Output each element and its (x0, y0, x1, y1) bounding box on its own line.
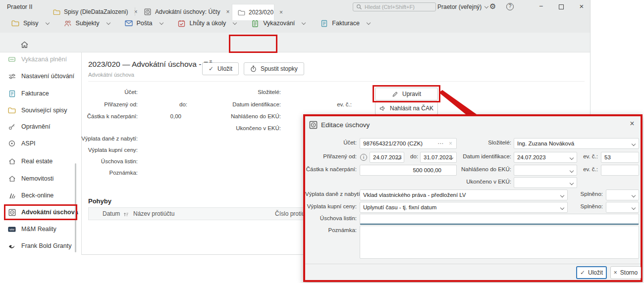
menu-label: Vykazování (263, 20, 295, 27)
castka-input[interactable]: 500 000,00 (360, 165, 457, 176)
sort-icon[interactable] (123, 212, 129, 217)
start-stopwatch-button[interactable]: Spustit stopky (244, 62, 304, 75)
sidebar-item-fakturace[interactable]: Fakturace (0, 88, 79, 99)
sidebar-item-label: Beck-online (21, 192, 54, 199)
ucet-label: Účet: (305, 140, 357, 145)
dialog-cancel-label: Storno (620, 269, 638, 276)
dialog-close-button[interactable]: × (627, 119, 637, 128)
frank-bold-logo (8, 242, 16, 250)
nahlaseno-eku-label: Nahlášeno do EKÚ: (446, 166, 511, 172)
splneno1-label: Splněno: (570, 191, 603, 197)
svg-text:MM: MM (9, 228, 14, 231)
sidebar-item-aspi[interactable]: ASPI (0, 138, 79, 149)
megaphone-icon (379, 105, 386, 111)
close-icon: × (630, 119, 634, 128)
tab-spisy-dledatazalozeni[interactable]: Spisy (DleDataZalozeni) × (48, 4, 131, 20)
dialog-cancel-button[interactable]: × Storno (610, 266, 641, 279)
close-icon: × (614, 269, 617, 276)
folder-icon (11, 19, 19, 27)
tab-2023-020[interactable]: 2023/020 × (232, 4, 274, 20)
sidebar-item-real-estate[interactable]: Real estate (0, 156, 79, 167)
poznamka-textarea[interactable] (360, 226, 639, 259)
sidebar-item-opravneni[interactable]: Oprávnění (0, 121, 79, 132)
settings-button[interactable]: ⚙ (489, 2, 496, 11)
splneno2-label: Splněno: (570, 203, 603, 209)
report-cak-button[interactable]: Nahlásit na ČAK (375, 102, 438, 115)
dialog-title: Editace úschovy (321, 121, 370, 129)
sidebar-item-nastaveni-uctovani[interactable]: Nastavení účtování (0, 71, 79, 82)
slozitele-select[interactable]: Ing. Zuzana Nováková (514, 138, 639, 149)
chevron-down-icon (570, 169, 574, 173)
nahlaseno-eku-select[interactable] (514, 165, 577, 176)
sidebar-item-label: Nastavení účtování (21, 73, 74, 80)
ev-c-input[interactable]: 53 (601, 152, 639, 163)
sidebar: Vykázaná plnění Nastavení účtování Faktu… (0, 52, 82, 255)
search-input[interactable] (365, 4, 430, 10)
ev-c2-input[interactable] (601, 165, 639, 176)
datum-identifikace-datepicker[interactable]: 24.07.2023 (514, 152, 577, 163)
castka-label: Částka k načerpání: (305, 166, 357, 172)
chevron-down-icon (233, 21, 237, 25)
tab-advokatni-uschovy-ucty[interactable]: Advokátní úschovy: Účty × (139, 4, 227, 20)
do-label: do: (407, 153, 418, 159)
ukonceno-eku-select[interactable] (514, 177, 577, 188)
home-tab[interactable] (18, 40, 31, 49)
column-datum[interactable]: Datum (103, 210, 120, 217)
house-icon (8, 157, 16, 165)
sidebar-item-label: Oprávnění (21, 123, 50, 130)
sidebar-item-vykazana-plneni[interactable]: Vykázaná plnění (0, 54, 79, 65)
vyplata-kupni-label: Výplata kupní ceny: (305, 203, 357, 209)
vyplata-kupni-label: Výplata kupní ceny: (80, 147, 138, 153)
prirazeny-od-datepicker[interactable]: 24.07.2023 (370, 152, 404, 163)
screenshot-stage: Praetor II Praetor (veřejný) ⚙ ? − × Spi… (0, 0, 644, 283)
sidebar-item-mm-reality[interactable]: MM M&M Reality (0, 224, 79, 235)
ucet-value: 987654321/2700 (CZK) (363, 141, 423, 146)
header-divider (88, 81, 585, 82)
uschova-listin-input[interactable] (360, 214, 639, 225)
sidebar-item-advokatni-uschova[interactable]: Advokátní úschova (0, 207, 79, 218)
splneno1-select[interactable] (606, 189, 639, 200)
ucet-field[interactable]: 987654321/2700 (CZK) ⋯ × (360, 138, 457, 149)
stopwatch-icon (250, 65, 257, 72)
report-cak-label: Nahlásit na ČAK (390, 105, 433, 112)
sidebar-item-nemovitosti[interactable]: Nemovitosti (0, 173, 79, 184)
minimize-button[interactable]: − (536, 2, 546, 10)
edit-button[interactable]: Upravit (375, 88, 438, 100)
mm-reality-logo: MM (8, 225, 16, 233)
maximize-button[interactable] (559, 4, 564, 9)
sidebar-item-beck-online[interactable]: Beck-online (0, 190, 79, 201)
vyplata-kupni-select[interactable]: Uplynutí času - tj. fixní datum (360, 202, 568, 213)
sidebar-item-label: Nemovitosti (21, 175, 54, 182)
chevron-down-icon (367, 21, 371, 25)
sidebar-item-label: M&M Reality (21, 226, 56, 233)
close-window-button[interactable]: × (577, 2, 587, 10)
column-nazev-protiuctu[interactable]: Název protiúčtu (133, 210, 174, 217)
sidebar-item-frank-bold-granty[interactable]: Frank Bold Granty (0, 240, 79, 251)
search-icon (356, 4, 362, 10)
chevron-down-icon (560, 206, 564, 210)
sidebar-item-label: Real estate (21, 158, 53, 165)
sidebar-scrollbar[interactable] (75, 163, 76, 252)
global-search[interactable] (353, 2, 436, 11)
vyplata-kupni-value: Uplynutí času - tj. fixní datum (363, 204, 436, 210)
close-tab-icon[interactable]: × (226, 8, 229, 15)
save-button[interactable]: ✓ Uložit (202, 62, 239, 75)
edit-escrow-dialog: Editace úschovy × Účet: 987654321/2700 (… (303, 114, 643, 282)
edit-button-label: Upravit (402, 91, 421, 97)
page-subtitle: Advokátní úschova (88, 72, 134, 78)
slozitele-value: Ing. Zuzana Nováková (517, 141, 574, 146)
splneno2-select[interactable] (606, 202, 639, 213)
nahlaseno-eku-label: Nahlášeno do EKÚ: (218, 113, 281, 119)
dialog-save-button[interactable]: ✓ Uložit (576, 266, 607, 279)
profile-menu[interactable]: Praetor (veřejný) (437, 3, 488, 10)
more-options-icon[interactable]: ⋯ (437, 139, 443, 148)
sidebar-item-label: ASPI (21, 140, 36, 147)
help-button[interactable]: ? (506, 3, 514, 10)
vyplata-dane-select[interactable]: Vklad vlastnického práva - předložení LV (360, 189, 568, 200)
sidebar-item-souvisejici-spisy[interactable]: Související spisy (0, 105, 79, 116)
ukonceno-eku-label: Ukončeno v EKÚ: (218, 125, 281, 131)
slozitele-label: Složitelé: (218, 89, 281, 95)
menu-fakturace[interactable]: Fakturace (313, 17, 377, 30)
close-tab-icon[interactable]: × (279, 9, 283, 16)
key-icon (8, 123, 16, 131)
